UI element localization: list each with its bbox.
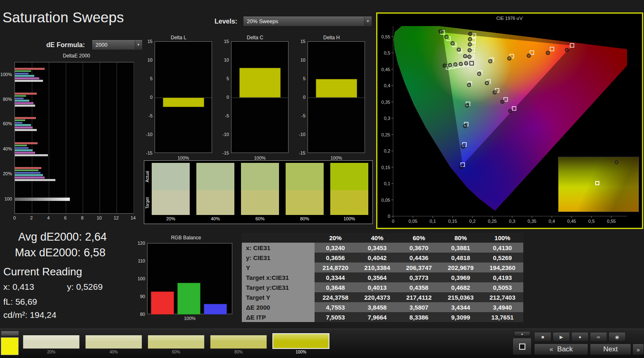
deltae-x-axis: 02468101214 [14, 215, 134, 221]
delta-l-plot-area [155, 41, 212, 153]
table-cell: 0,4130 [482, 243, 523, 253]
y-axis-labels: 151050-5-10-15 [144, 41, 154, 153]
y-axis-labels: 151050-5-10-15 [297, 41, 307, 153]
table-cell: 0,4436 [398, 253, 440, 263]
triangle-up-icon: ▴ [521, 332, 523, 336]
y-tick-label: -10 [146, 132, 153, 137]
sweep-button-label: 20% [23, 350, 80, 354]
y-tick-label: 0,05 [382, 198, 390, 203]
sweep-swatch-100%: 100% [330, 163, 368, 221]
x-axis-label: 100% [155, 155, 212, 160]
target-label: Target [145, 191, 150, 215]
panel-toggle-button[interactable]: ▴ [514, 331, 530, 337]
levels-dropdown[interactable]: 20% Sweeps ▼ [243, 16, 372, 26]
target-color [196, 190, 234, 215]
chart-title: Delta L [144, 35, 213, 41]
table-cell: 4,7553 [315, 302, 356, 312]
chart-title: Delta C [220, 35, 290, 41]
current-y-value: y: 0,5269 [67, 282, 103, 292]
next-button[interactable]: Next [590, 344, 631, 355]
y-axis-labels: 151050-5-10-15 [220, 41, 230, 153]
table-row: Target x:CIE310,33440,35640,37730,39690,… [242, 272, 523, 282]
gridline [66, 62, 66, 213]
table-cell: 0,3344 [315, 272, 356, 282]
deltae-bar [15, 77, 39, 79]
sweep-button-20%[interactable]: 20% [23, 335, 80, 355]
pattern-window-button[interactable] [513, 338, 532, 355]
deltae-bar [15, 102, 33, 104]
play-button[interactable]: ▶ [553, 332, 570, 342]
sweep-button-label: 80% [210, 350, 267, 354]
y-tick-label: -10 [222, 132, 229, 137]
cyan-measured-marker [464, 62, 467, 65]
deltae-bar [15, 177, 45, 179]
de-formula-dropdown[interactable]: 2000 ▼ [92, 40, 143, 50]
deltae-bar [15, 80, 43, 82]
y-tick-label: 0,1 [384, 181, 390, 186]
sweep-color-block [210, 335, 267, 349]
swatch-label: 60% [241, 216, 279, 221]
table-cell: 7,9664 [356, 312, 398, 322]
fast-forward-button[interactable]: » [632, 344, 644, 355]
table-row: ΔE 20004,75533,84583,58073,43443,4940 [242, 302, 523, 312]
deltae-bar [15, 98, 24, 100]
current-fl-value: fL: 56,69 [3, 297, 37, 307]
x-tick-label: 0,2 [469, 219, 475, 224]
table-cell: 3,4344 [440, 302, 482, 312]
y-tick-label: 0,55 [382, 34, 390, 39]
current-color-swatch[interactable] [1, 337, 19, 355]
magenta-measured-marker [477, 72, 481, 75]
table-row: ΔE ITP7,50537,96648,33869,309913,7651 [242, 312, 523, 322]
table-cell: 0,4013 [356, 282, 398, 292]
x-tick-label: 14 [131, 215, 136, 220]
zero-line [308, 98, 365, 98]
y-tick-label: 0,3 [384, 116, 390, 121]
group-label: 40% [3, 146, 12, 151]
y-tick-label: 0 [388, 214, 390, 219]
rgb-plot-area [147, 243, 232, 314]
rgb_balance-bar [177, 283, 200, 315]
levels-value: 20% Sweeps [247, 18, 278, 24]
deltae-bar [15, 124, 31, 126]
y-tick-label: 0 [150, 95, 153, 100]
column-header: 40% [356, 233, 398, 243]
gridline [49, 62, 49, 213]
table-cell: 214,8720 [315, 263, 356, 272]
y-tick-label: 10 [224, 57, 229, 62]
y-tick-label: 0,25 [382, 132, 390, 137]
continuous-button[interactable]: ∞ [590, 332, 607, 342]
sweep-button-60%[interactable]: 60% [148, 335, 205, 355]
stop-button[interactable]: ■ [534, 332, 551, 342]
record-button[interactable]: ● [571, 332, 589, 342]
target-color [241, 190, 279, 215]
rgb-balance-chart: RGB Balance 1201101009080 100% [136, 235, 236, 325]
y-tick-label: -5 [301, 113, 305, 118]
deltae-bar [15, 122, 22, 124]
swatch-label: 40% [196, 216, 234, 221]
sweep-button-100%[interactable]: 100% [272, 335, 329, 355]
target-color [286, 190, 324, 215]
deltae-2000-chart: DeltaE 2000 100%80%60%40%20%100 02468101… [14, 53, 138, 223]
row-label: Y [242, 263, 315, 272]
x-tick-label: 0,1 [429, 219, 436, 224]
deltae-bar [15, 75, 34, 77]
inset-target-marker [595, 181, 599, 185]
blue-measured-marker [459, 165, 463, 169]
sweep-button-40%[interactable]: 40% [85, 335, 142, 355]
x-tick-label: 0,45 [567, 219, 576, 224]
back-button[interactable]: « Back [534, 344, 588, 355]
stop-icon: ■ [541, 334, 544, 339]
group-label: 100% [0, 72, 12, 77]
sweep-swatch-40%: 40% [196, 163, 234, 221]
deltae-bar [15, 167, 41, 169]
toolbar-controls: ▴ ■▶●∞◉ « Back Next » [513, 329, 644, 358]
group-label: 60% [3, 121, 12, 126]
toolbar-collapse-button[interactable] [1, 331, 19, 336]
de-formula-label: dE Formula: [46, 41, 85, 49]
corner-header [242, 233, 315, 243]
sweep-button-80%[interactable]: 80% [210, 335, 267, 355]
yellow-measured-marker [468, 48, 471, 52]
x-tick-label: 2 [30, 215, 33, 220]
probe-button[interactable]: ◉ [608, 332, 626, 342]
blue-measured-marker [463, 124, 467, 128]
